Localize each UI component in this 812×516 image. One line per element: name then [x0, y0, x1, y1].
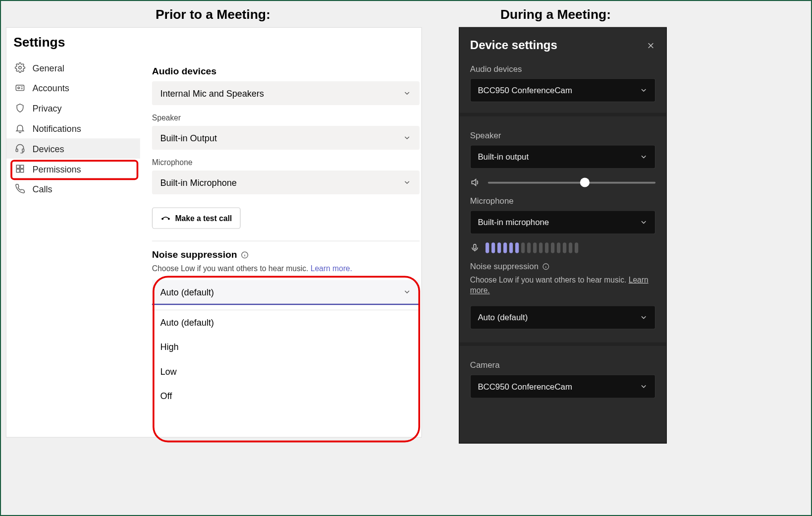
chevron-down-icon	[640, 383, 648, 391]
shield-icon	[15, 103, 26, 114]
sidebar-item-general[interactable]: General	[6, 57, 140, 78]
speaker-select-dark[interactable]: Built-in output	[470, 145, 655, 169]
speaker-select[interactable]: Built-in Output	[152, 126, 420, 150]
id-card-icon	[15, 82, 26, 93]
audio-devices-label-dark: Audio devices	[470, 64, 655, 73]
mic-level-bar	[539, 242, 542, 253]
sidebar-item-label: Calls	[33, 184, 53, 194]
noise-suppression-label-dark: Noise suppression	[470, 262, 539, 271]
gear-icon	[15, 62, 26, 73]
svg-rect-7	[16, 169, 19, 172]
audio-devices-select-dark[interactable]: BCC950 ConferenceCam	[470, 78, 655, 102]
noise-option-auto[interactable]: Auto (default)	[152, 310, 420, 335]
noise-suppression-desc-dark: Choose Low if you want others to hear mu…	[470, 275, 655, 296]
settings-panel-light: Settings General Accounts Privacy Notifi…	[6, 27, 422, 438]
camera-label-dark: Camera	[470, 360, 655, 370]
microphone-level-meter	[470, 242, 655, 253]
mic-level-bar	[497, 242, 501, 253]
audio-devices-value-dark: BCC950 ConferenceCam	[478, 85, 572, 95]
sidebar-item-privacy[interactable]: Privacy	[6, 98, 140, 118]
sidebar-item-permissions[interactable]: Permissions	[6, 159, 140, 179]
chevron-down-icon	[403, 89, 411, 98]
learn-more-link[interactable]: Learn more.	[311, 264, 352, 273]
divider	[152, 241, 420, 241]
settings-content: Audio devices Internal Mic and Speakers …	[152, 57, 420, 408]
speaker-volume-slider[interactable]	[470, 177, 655, 188]
noise-suppression-desc: Choose Low if you want others to hear mu…	[152, 264, 420, 273]
mic-level-bar	[551, 242, 554, 253]
chevron-down-icon	[640, 86, 648, 95]
speaker-label-dark: Speaker	[470, 131, 655, 140]
mic-level-bar	[491, 242, 495, 253]
noise-suppression-value-dark: Auto (default)	[478, 313, 528, 322]
phone-icon	[15, 183, 26, 194]
chevron-down-icon	[403, 134, 411, 142]
sidebar-item-label: General	[33, 62, 64, 72]
svg-rect-5	[16, 165, 19, 168]
microphone-value-dark: Built-in microphone	[478, 218, 549, 227]
speaker-sound-icon	[470, 177, 481, 188]
noise-option-low[interactable]: Low	[152, 359, 420, 383]
chevron-down-icon	[403, 178, 411, 187]
make-test-call-button[interactable]: Make a test call	[152, 207, 241, 229]
settings-title: Settings	[13, 35, 421, 50]
svg-rect-8	[20, 169, 23, 172]
camera-select-dark[interactable]: BCC950 ConferenceCam	[470, 375, 655, 399]
sidebar-item-label: Accounts	[33, 83, 69, 93]
microphone-select[interactable]: Built-in Microphone	[152, 171, 420, 194]
mic-level-bar	[503, 242, 507, 253]
svg-rect-1	[16, 85, 24, 91]
noise-desc-text-dark: Choose Low if you want others to hear mu…	[470, 275, 629, 284]
svg-point-2	[18, 87, 20, 89]
speaker-value-dark: Built-in output	[478, 152, 529, 162]
microphone-label-dark: Microphone	[470, 196, 655, 206]
make-test-call-label: Make a test call	[175, 214, 232, 223]
microphone-select-dark[interactable]: Built-in microphone	[470, 210, 655, 234]
sidebar-item-calls[interactable]: Calls	[6, 179, 140, 199]
sidebar-item-label: Privacy	[33, 103, 62, 113]
heading-during: During a Meeting:	[500, 7, 611, 22]
sidebar-item-label: Permissions	[33, 164, 81, 173]
svg-rect-12	[474, 244, 476, 249]
heading-prior: Prior to a Meeting:	[156, 7, 271, 22]
mic-level-bar	[557, 242, 560, 253]
noise-suppression-select[interactable]: Auto (default)	[152, 280, 420, 305]
svg-point-0	[19, 66, 21, 69]
mic-level-bar	[527, 242, 531, 253]
sidebar-item-devices[interactable]: Devices	[6, 138, 140, 159]
mic-level-bar	[515, 242, 519, 253]
device-settings-panel-dark: Device settings Audio devices BCC950 Con…	[459, 27, 667, 444]
info-icon[interactable]	[542, 262, 550, 270]
info-icon[interactable]	[241, 251, 249, 259]
sidebar-item-label: Devices	[33, 143, 64, 153]
mic-level-bar	[509, 242, 513, 253]
mic-icon	[470, 243, 480, 252]
sidebar-item-notifications[interactable]: Notifications	[6, 118, 140, 138]
sidebar-item-label: Notifications	[33, 123, 81, 133]
chevron-down-icon	[640, 218, 648, 227]
headset-icon	[15, 143, 26, 154]
audio-devices-select[interactable]: Internal Mic and Speakers	[152, 81, 420, 105]
noise-option-off[interactable]: Off	[152, 384, 420, 408]
chevron-down-icon	[640, 313, 648, 322]
microphone-value: Built-in Microphone	[161, 177, 237, 187]
noise-option-high[interactable]: High	[152, 335, 420, 359]
mic-level-bar	[569, 242, 572, 253]
sidebar-item-accounts[interactable]: Accounts	[6, 78, 140, 98]
settings-sidebar: General Accounts Privacy Notifications D…	[6, 57, 140, 199]
svg-rect-3	[16, 149, 18, 152]
noise-suppression-value: Auto (default)	[161, 287, 214, 297]
chevron-down-icon	[403, 287, 411, 296]
microphone-label: Microphone	[152, 158, 420, 167]
noise-desc-text: Choose Low if you want others to hear mu…	[152, 264, 311, 273]
volume-thumb[interactable]	[580, 177, 590, 187]
volume-track[interactable]	[488, 181, 655, 183]
phone-arc-icon	[161, 213, 170, 223]
chevron-down-icon	[640, 153, 648, 161]
bell-icon	[15, 123, 26, 134]
close-button[interactable]	[646, 41, 655, 50]
svg-rect-6	[20, 165, 23, 168]
mic-level-bar	[545, 242, 548, 253]
audio-devices-label: Audio devices	[152, 66, 420, 77]
noise-suppression-select-dark[interactable]: Auto (default)	[470, 306, 655, 330]
